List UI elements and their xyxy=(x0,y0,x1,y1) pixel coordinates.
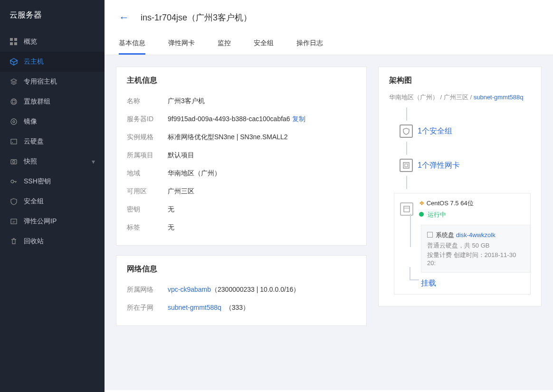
subnet-link[interactable]: subnet-gmmt588q xyxy=(474,94,524,101)
label: 所在子网 xyxy=(127,304,168,312)
svg-text:IP: IP xyxy=(12,220,15,223)
main: ← ins-1r704jse（广州3客户机） 基本信息 弹性网卡 监控 安全组 … xyxy=(105,0,553,392)
vpc-link[interactable]: vpc-ck9abamb xyxy=(168,286,211,293)
disk-icon xyxy=(10,137,18,146)
svg-point-12 xyxy=(11,180,14,183)
chip-icon xyxy=(400,159,413,172)
value: vpc-ck9abamb（2300000233 | 10.0.0.0/16） xyxy=(168,286,356,294)
value: 默认项目 xyxy=(168,151,356,160)
value: 标准网络优化型SN3ne | SN3ne.SMALL2 xyxy=(168,133,356,142)
card-title: 主机信息 xyxy=(116,67,366,92)
sidebar-item-trash[interactable]: 回收站 xyxy=(0,231,105,251)
disk-box: 系统盘 disk-4wwkzolk 普通云硬盘，共 50 GB 按量计费 创建时… xyxy=(421,225,530,273)
arch-card: 架构图 华南地区（广州） / 广州三区 / subnet-gmmt588q 1个… xyxy=(378,67,542,306)
disk-spec: 普通云硬盘，共 50 GB xyxy=(427,241,524,250)
sidebar-item-label: 置放群组 xyxy=(24,97,50,106)
sidebar: 云服务器 概览 云主机 专用宿主机 置放群组 镜像 云硬盘 快照 ▾ SSH密钥… xyxy=(0,0,105,392)
sidebar-item-placement[interactable]: 置放群组 xyxy=(0,92,105,112)
sidebar-item-snapshot[interactable]: 快照 ▾ xyxy=(0,152,105,172)
trash-icon xyxy=(10,237,18,246)
svg-point-11 xyxy=(13,161,15,163)
label: 服务器ID xyxy=(127,115,168,124)
svg-point-7 xyxy=(13,121,15,123)
shield-icon xyxy=(400,124,413,138)
label: 所属网络 xyxy=(127,286,168,294)
value: 广州3客户机 xyxy=(168,97,356,105)
group-icon xyxy=(10,97,18,106)
host-info-card: 主机信息 名称广州3客户机 服务器ID9f9915ad-009a-4493-b3… xyxy=(116,67,367,246)
back-button[interactable]: ← xyxy=(119,11,129,24)
value: 广州三区 xyxy=(168,187,356,196)
header: ← ins-1r704jse（广州3客户机） xyxy=(105,0,553,24)
svg-rect-16 xyxy=(405,164,408,167)
disk-type-icon xyxy=(427,232,433,238)
cube-icon xyxy=(10,57,18,66)
sidebar-item-securitygroup[interactable]: 安全组 xyxy=(0,191,105,211)
svg-rect-15 xyxy=(403,163,409,168)
sidebar-item-label: 快照 xyxy=(24,157,37,166)
value: 无 xyxy=(168,223,356,232)
svg-rect-2 xyxy=(10,42,13,45)
status: 运行中 xyxy=(419,210,474,219)
sidebar-item-image[interactable]: 镜像 xyxy=(0,112,105,132)
network-info-card: 网络信息 所属网络vpc-ck9abamb（2300000233 | 10.0.… xyxy=(116,255,367,326)
chevron-down-icon: ▾ xyxy=(92,158,95,165)
tab-basic[interactable]: 基本信息 xyxy=(119,34,145,55)
server-icon xyxy=(400,202,413,216)
value: 9f9915ad-009a-4493-b388-cac100cabfa6 复制 xyxy=(168,115,356,124)
sidebar-title: 云服务器 xyxy=(0,0,105,32)
copy-button[interactable]: 复制 xyxy=(292,115,305,123)
sidebar-item-label: 云主机 xyxy=(24,57,44,66)
svg-rect-17 xyxy=(404,206,410,212)
sidebar-item-label: 云硬盘 xyxy=(24,137,44,146)
label: 标签 xyxy=(127,223,168,232)
sidebar-item-dedicated[interactable]: 专用宿主机 xyxy=(0,72,105,92)
tab-monitor[interactable]: 监控 xyxy=(218,34,231,55)
label: 所属项目 xyxy=(127,151,168,160)
label: 地域 xyxy=(127,169,168,178)
sidebar-item-disk[interactable]: 云硬盘 xyxy=(0,132,105,152)
key-icon xyxy=(10,177,18,186)
label: 实例规格 xyxy=(127,133,168,142)
page-title: ins-1r704jse（广州3客户机） xyxy=(141,12,252,23)
sidebar-item-label: 安全组 xyxy=(24,197,44,206)
os-name: ❖ CentOS 7.5 64位 xyxy=(419,199,474,208)
svg-rect-8 xyxy=(11,139,17,144)
sidebar-item-label: 专用宿主机 xyxy=(24,77,57,86)
svg-rect-3 xyxy=(14,42,17,45)
mount-link[interactable]: 挂载 xyxy=(421,279,436,287)
tab-nic[interactable]: 弹性网卡 xyxy=(168,34,195,55)
grid-icon xyxy=(10,38,18,46)
value: 华南地区（广州） xyxy=(168,169,356,178)
subnet-link[interactable]: subnet-gmmt588q xyxy=(168,304,221,311)
breadcrumb: 华南地区（广州） / 广州三区 / subnet-gmmt588q xyxy=(379,92,541,107)
sidebar-item-sshkey[interactable]: SSH密钥 xyxy=(0,172,105,191)
camera-icon xyxy=(10,157,18,166)
sidebar-item-label: SSH密钥 xyxy=(24,177,51,186)
tab-sg[interactable]: 安全组 xyxy=(254,34,274,55)
sidebar-item-label: 镜像 xyxy=(24,117,37,126)
svg-rect-0 xyxy=(10,38,13,41)
card-title: 架构图 xyxy=(379,67,541,92)
nic-link[interactable]: 1个弹性网卡 xyxy=(418,161,460,171)
sidebar-item-eip[interactable]: IP 弹性公网IP xyxy=(0,211,105,231)
svg-rect-5 xyxy=(12,100,15,103)
disk-link[interactable]: disk-4wwkzolk xyxy=(456,231,496,239)
sidebar-item-overview[interactable]: 概览 xyxy=(0,32,105,52)
tabs: 基本信息 弹性网卡 监控 安全组 操作日志 xyxy=(105,34,553,55)
content: 主机信息 名称广州3客户机 服务器ID9f9915ad-009a-4493-b3… xyxy=(105,55,553,390)
sidebar-item-label: 弹性公网IP xyxy=(24,217,57,226)
label: 密钥 xyxy=(127,205,168,214)
sidebar-item-label: 概览 xyxy=(24,38,37,46)
label: 名称 xyxy=(127,97,168,105)
sg-link[interactable]: 1个安全组 xyxy=(418,126,452,136)
sidebar-item-cvm[interactable]: 云主机 xyxy=(0,52,105,72)
disc-icon xyxy=(10,117,18,126)
layers-icon xyxy=(10,77,18,86)
svg-point-9 xyxy=(12,142,13,143)
svg-point-6 xyxy=(11,119,17,124)
tab-log[interactable]: 操作日志 xyxy=(296,34,323,55)
value: 无 xyxy=(168,205,356,214)
value: subnet-gmmt588q （333） xyxy=(168,304,356,312)
svg-point-4 xyxy=(11,99,17,105)
